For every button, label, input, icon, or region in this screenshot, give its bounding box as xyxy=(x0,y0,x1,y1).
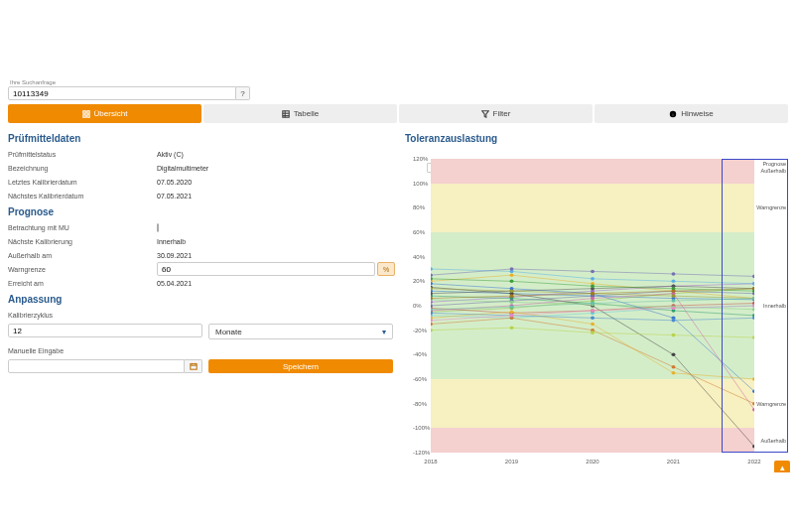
svg-rect-1 xyxy=(86,110,88,112)
svg-point-66 xyxy=(510,326,514,330)
search-input[interactable] xyxy=(8,86,236,100)
y-tick: -60% xyxy=(413,376,427,382)
svg-point-59 xyxy=(752,402,754,406)
chart-title: Toleranzauslastung xyxy=(405,133,788,144)
svg-point-134 xyxy=(752,287,754,291)
save-button[interactable]: Speichern xyxy=(208,359,393,373)
legend-warngrenze-bot: Warngrenze xyxy=(756,401,786,407)
pm-bez-v: Digitalmultimeter xyxy=(157,165,395,172)
tab-hints[interactable]: Hinweise xyxy=(595,104,788,123)
prog-nextcal-k: Nächste Kalibrierung xyxy=(8,238,157,245)
tab-hints-label: Hinweise xyxy=(681,109,713,118)
svg-point-70 xyxy=(431,304,433,308)
pm-next-k: Nächstes Kalibrierdatum xyxy=(8,193,157,200)
prog-out-k: Außerhalb am xyxy=(8,252,157,259)
cycle-input[interactable] xyxy=(8,324,202,337)
prog-reach-k: Erreicht am xyxy=(8,280,157,287)
chart-panel: Toleranzauslastung Zoom zurücksetzen -12… xyxy=(405,129,788,465)
svg-point-60 xyxy=(431,267,433,271)
calendar-icon xyxy=(190,362,198,370)
x-tick: 2018 xyxy=(424,459,437,465)
percent-button[interactable]: % xyxy=(377,262,395,276)
dashboard-icon xyxy=(82,110,90,118)
prog-warn-k: Warngrenze xyxy=(8,266,157,273)
y-tick: 80% xyxy=(413,204,425,210)
x-tick: 2022 xyxy=(747,459,760,465)
tab-filter-label: Filter xyxy=(493,109,511,118)
svg-point-109 xyxy=(752,317,754,321)
cycle-unit-select[interactable]: Monate xyxy=(208,324,393,339)
details-panel: Prüfmitteldaten PrüfmittelstatusAktiv (C… xyxy=(8,129,395,465)
x-tick: 2020 xyxy=(586,459,598,465)
svg-point-55 xyxy=(431,323,433,327)
tab-filter[interactable]: Filter xyxy=(399,104,593,123)
manual-date-input[interactable] xyxy=(8,359,185,373)
y-tick: -20% xyxy=(413,328,427,333)
warn-input[interactable] xyxy=(157,262,375,276)
svg-point-129 xyxy=(752,304,754,308)
svg-point-120 xyxy=(431,273,433,277)
pm-status-v: Aktiv (C) xyxy=(157,151,395,158)
svg-point-131 xyxy=(510,294,514,298)
search-label: Ihre Suchanfrage xyxy=(10,79,788,85)
svg-point-126 xyxy=(510,314,514,318)
svg-point-75 xyxy=(431,282,433,286)
svg-point-122 xyxy=(591,270,595,274)
cycle-unit-label: Monate xyxy=(215,328,242,336)
svg-point-81 xyxy=(510,310,514,314)
info-icon xyxy=(669,110,677,118)
legend-warngrenze-top: Warngrenze xyxy=(756,204,786,210)
y-tick: -80% xyxy=(413,401,427,407)
svg-point-65 xyxy=(431,329,433,332)
svg-rect-4 xyxy=(283,110,289,116)
prog-out-v: 30.09.2021 xyxy=(157,252,395,259)
x-tick: 2019 xyxy=(505,459,518,465)
svg-point-89 xyxy=(752,308,754,312)
legend-innerhalb: Innerhalb xyxy=(756,303,786,309)
svg-point-113 xyxy=(672,294,676,298)
y-tick: 20% xyxy=(413,278,425,284)
svg-point-132 xyxy=(591,292,595,296)
pm-next-v: 07.05.2021 xyxy=(157,193,395,200)
scroll-top-button[interactable]: ▴ xyxy=(774,461,790,472)
table-icon xyxy=(282,110,290,118)
svg-point-108 xyxy=(672,319,676,323)
svg-point-43 xyxy=(672,353,676,357)
tab-table[interactable]: Tabelle xyxy=(203,104,397,123)
pm-bez-k: Bezeichnung xyxy=(8,165,157,172)
y-tick: -40% xyxy=(413,351,427,357)
legend-ausserhalb-bot: Außerhalb xyxy=(756,438,786,444)
svg-point-26 xyxy=(510,273,514,277)
tab-overview[interactable]: Übersicht xyxy=(8,104,201,123)
legend-prognose: Prognose xyxy=(756,161,786,167)
svg-point-125 xyxy=(431,319,433,323)
svg-point-67 xyxy=(591,331,595,334)
filter-icon xyxy=(481,110,489,118)
svg-point-100 xyxy=(431,277,433,281)
svg-rect-11 xyxy=(190,364,196,370)
svg-point-63 xyxy=(672,280,676,284)
svg-point-124 xyxy=(752,275,754,279)
tolerance-chart[interactable]: Zoom zurücksetzen -120%-100%-80%-60%-40%… xyxy=(405,147,788,465)
pm-last-k: Letztes Kalibrierdatum xyxy=(8,179,157,186)
prog-reach-v: 05.04.2021 xyxy=(157,280,395,287)
legend-ausserhalb-top: Außerhalb xyxy=(756,168,786,174)
svg-point-117 xyxy=(591,302,595,306)
calendar-button[interactable] xyxy=(185,359,202,373)
svg-point-133 xyxy=(672,289,676,293)
pm-status-k: Prüfmittelstatus xyxy=(8,151,157,158)
adj-cycle-k: Kalibrierzyklus xyxy=(8,312,157,319)
y-tick: 0% xyxy=(413,303,422,309)
tab-overview-label: Übersicht xyxy=(94,109,128,118)
help-button[interactable]: ? xyxy=(236,86,250,100)
svg-rect-0 xyxy=(82,110,84,112)
prog-mu-k: Betrachtung mit MU xyxy=(8,224,157,231)
svg-point-64 xyxy=(752,282,754,286)
mu-checkbox[interactable] xyxy=(157,223,159,232)
y-tick: -100% xyxy=(413,425,430,431)
svg-rect-2 xyxy=(82,114,84,116)
svg-point-121 xyxy=(510,267,514,271)
svg-point-90 xyxy=(431,292,433,296)
svg-rect-3 xyxy=(86,114,88,116)
svg-point-84 xyxy=(752,377,754,381)
